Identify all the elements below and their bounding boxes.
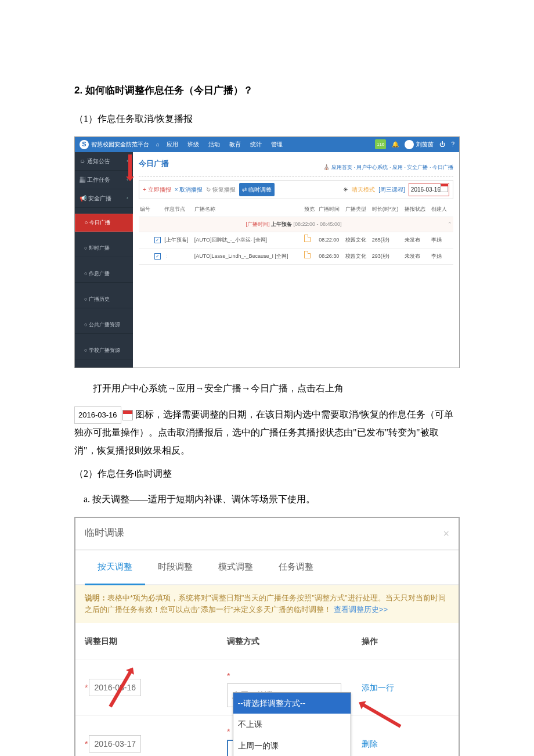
top-navbar: S 智慧校园安全防范平台 ⌂ 应用 班级 活动 教育 统计 管理 116 🔔 刘… [75,137,459,152]
home-icon[interactable]: ⌂ [156,139,160,150]
delete-row-link[interactable]: 删除 [362,739,378,748]
cancel-broadcast-button[interactable]: × 取消播报 [175,184,203,195]
top-nav-items: 应用 班级 活动 教育 统计 管理 [167,139,283,150]
row-checkbox[interactable]: ✓ [154,237,161,243]
sidebar-item-public-res[interactable]: ○ 公共广播资源 [75,316,133,334]
tab-by-period[interactable]: 时段调整 [145,550,205,584]
annotation-arrow-icon [128,154,132,178]
screenshot-dialog: 临时调课 × 按天调整 时段调整 模式调整 任务调整 说明：表格中*项为必填项，… [74,517,460,756]
sidebar-item-task[interactable]: ▦ 工作任务‹ [75,171,133,189]
section-heading: 2. 如何临时调整作息任务（今日广播）？ [74,81,460,100]
add-row-link[interactable]: 添加一行 [362,683,394,692]
table-header: 调整日期 调整方式 操作 [75,623,459,660]
dropdown-option[interactable]: 上周一的课 [233,735,351,756]
topnav-item[interactable]: 统计 [250,139,262,150]
mode-label: 晴天模式 [352,184,375,195]
dropdown-option[interactable]: --请选择调整方式-- [233,693,351,714]
drag-handle-icon[interactable]: ⋮ [163,248,193,264]
table-row: ✓ ⋮ [AUTO]Lasse_Lindh_-_Because_I [全网] 0… [139,248,453,264]
broadcast-table: 编号 作息节点 广播名称 预览 广播时间 广播类型 时长(时*次) 播报状态 创… [139,203,453,264]
avatar[interactable] [405,140,414,149]
mode-link[interactable]: [周三课程] [378,184,405,195]
date-field[interactable]: 2016-03-17 [89,735,141,753]
segment-row: [广播时间] 上午预备 [08:22:00 - 08:45:00] ⌃ [139,217,453,232]
breadcrumb: ⛪ 应用首页 · 用户中心系统 · 应用 · 安全广播 · 今日广播 [139,163,453,172]
broadcast-name-link[interactable]: [AUTO]Lasse_Lindh_-_Because_I [全网] [193,248,304,264]
sidebar-item-schedule[interactable]: ○ 作息广播 [75,265,133,283]
app-logo: S 智慧校园安全防范平台 [80,139,149,150]
tab-by-day[interactable]: 按天调整 [85,550,145,585]
bell-icon[interactable]: 🔔 [392,139,399,150]
topnav-item[interactable]: 班级 [187,139,199,150]
main-panel: 今日广播 ⛪ 应用首页 · 用户中心系统 · 应用 · 安全广播 · 今日广播 … [133,152,459,368]
toolbar: + 立即播报 × 取消播报 ↻ 恢复播报 ⇄ 临时调整 ☀ 晴天模式 [周三课程… [139,180,453,199]
table-header-row: 编号 作息节点 广播名称 预览 广播时间 广播类型 时长(时*次) 播报状态 创… [139,203,453,217]
sidebar-item-notice[interactable]: ☺ 通知公告‹ [75,152,133,171]
tab-by-mode[interactable]: 模式调整 [205,550,266,584]
logout-icon[interactable]: ⏻ [439,139,445,150]
preview-icon[interactable] [304,235,311,242]
sidebar-item-instant[interactable]: ○ 即时广播 [75,240,133,257]
subsection-2a: a. 按天调整——适用于短期内补课、调休等场景下使用。 [74,491,460,508]
tab-by-task[interactable]: 任务调整 [266,550,326,584]
screenshot-app-window: S 智慧校园安全防范平台 ⌂ 应用 班级 活动 教育 统计 管理 116 🔔 刘… [74,136,460,369]
calendar-icon [122,410,133,420]
app-name: 智慧校园安全防范平台 [91,139,149,150]
restore-broadcast-button[interactable]: ↻ 恢复播报 [206,184,236,195]
sidebar-item-history[interactable]: ○ 广播历史 [75,291,133,308]
dialog-tabs: 按天调整 时段调整 模式调整 任务调整 [75,550,459,585]
sun-icon: ☀ [343,184,348,195]
topnav-item[interactable]: 教育 [229,139,241,150]
subsection-1: （1）作息任务取消/恢复播报 [74,110,460,128]
sidebar-item-today[interactable]: ○ 今日广播 [75,214,133,232]
row-checkbox[interactable]: ✓ [154,253,161,260]
sidebar: ☺ 通知公告‹ ▦ 工作任务‹ 📢 安全广播‹ ○ 今日广播 ○ 即时广播 ○ … [75,152,133,368]
user-name[interactable]: 刘茵茵 [416,139,434,150]
add-broadcast-button[interactable]: + 立即播报 [143,184,171,195]
sidebar-item-broadcast[interactable]: 📢 安全广播‹ [75,189,133,208]
help-icon[interactable]: ? [451,139,454,150]
topnav-item[interactable]: 管理 [271,139,283,150]
subsection-2: （2）作息任务临时调整 [74,465,460,483]
temp-adjust-button[interactable]: ⇄ 临时调整 [239,183,275,196]
table-row: ✓ [上午预备] [AUTO]回眸眈_-_小幸运- [全网] 08:22:00 … [139,232,453,248]
note-box: 说明：表格中*项为必填项，系统将对"调整日期"当天的广播任务按照"调整方式"进行… [75,585,459,624]
dialog-title: 临时调课 [85,524,124,543]
topnav-item[interactable]: 应用 [167,139,178,150]
collapse-icon[interactable]: ⌃ [448,219,452,229]
paragraph: 打开用户中心系统→应用→安全广播→今日广播，点击右上角 [74,380,460,397]
history-link[interactable]: 查看调整历史>> [334,605,388,614]
mode-dropdown[interactable]: --请选择调整方式-- 不上课 上周一的课 上周二的课 [233,692,352,756]
logo-mark-icon: S [80,140,89,149]
notification-badge[interactable]: 116 [375,139,386,149]
preview-icon[interactable] [304,251,311,258]
broadcast-name-link[interactable]: [AUTO]回眸眈_-_小幸运- [全网] [193,232,304,248]
home-icon[interactable]: ⛪ [323,164,330,170]
sidebar-item-school-res[interactable]: ○ 学校广播资源 [75,342,133,359]
paragraph-with-inline: 2016-03-16 图标，选择需要调整的日期，在该日期内选中需要取消/恢复的作… [74,406,460,459]
close-icon[interactable]: × [443,524,449,543]
date-picker[interactable]: 2016-03-16 [409,183,449,196]
dropdown-option[interactable]: 不上课 [233,714,351,735]
inline-date-chip: 2016-03-16 [74,406,121,424]
topnav-item[interactable]: 活动 [208,139,220,150]
